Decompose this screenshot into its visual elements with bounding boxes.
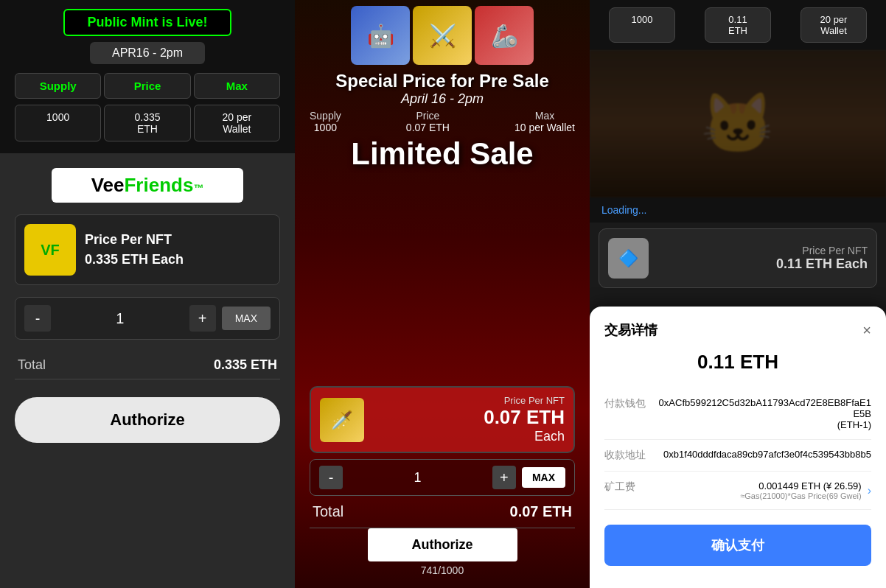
supply-row: Supply 1000 Price 0.07 ETH Max 10 per Wa… (310, 110, 575, 133)
price-value: 0.335 ETH (104, 105, 190, 141)
logo-text: VeeFriends™ (91, 174, 204, 197)
p2-nft-thumb: 🗡️ (320, 398, 364, 442)
tx-to-label: 收款地址 (604, 449, 646, 462)
confirm-payment-button[interactable]: 确认支付 (604, 525, 871, 566)
nft-thumb-3: 🦾 (475, 6, 534, 65)
tx-fee-action-icon[interactable]: › (868, 484, 871, 497)
tx-to-row: 收款地址 0xb1f40dddfdaca89cb97afcf3e0f4c5395… (604, 440, 871, 472)
decrement-button[interactable]: - (24, 305, 51, 332)
p3-stat-max: 20 per Wallet (800, 7, 867, 43)
p2-price-text: Price Per NFT 0.07 ETH Each (372, 395, 565, 444)
special-price-text: Special Price for Pre Sale (335, 71, 549, 91)
supply-value: 1000 (15, 105, 101, 141)
price-header: Price (104, 73, 190, 99)
p3-stat-supply: 1000 (609, 7, 675, 43)
p3-price-line2: ETH (714, 25, 761, 36)
tx-to-value: 0xb1f40dddfdaca89cb97afcf3e0f4c539543bb8… (663, 449, 871, 460)
p2-price-label: Price Per NFT (372, 395, 565, 406)
tx-fee-value-area: 0.001449 ETH (¥ 26.59) ≈Gas(21000)*Gas P… (644, 480, 871, 500)
loading-text: Loading... (601, 204, 647, 216)
date-badge: APR16 - 2pm (90, 42, 205, 64)
nft-price-label: Price Per NFT (85, 230, 184, 250)
tx-fee-value: 0.001449 ETH (¥ 26.59) (740, 480, 861, 491)
p2-price-card: 🗡️ Price Per NFT 0.07 ETH Each (310, 386, 575, 453)
logo-friends: Friends (124, 174, 193, 196)
panel1-body: VeeFriends™ VF Price Per NFT 0.335 ETH E… (0, 153, 295, 588)
tx-from-row: 付款钱包 0xACfb599212C5d32bA11793Acd72E8EB8F… (604, 388, 871, 440)
p2-mint-count: 741/1000 (421, 564, 464, 576)
authorize-button[interactable]: Authorize (15, 397, 280, 443)
max-button[interactable]: MAX (222, 307, 271, 330)
mint-counter: - 1 + MAX (15, 297, 280, 340)
p2-authorize-button[interactable]: Authorize (368, 528, 517, 561)
supply-label: Supply (310, 110, 341, 122)
p2-max-button[interactable]: MAX (522, 467, 565, 488)
max-item: Max 10 per Wallet (514, 110, 575, 133)
panel2-content: 🤖 ⚔️ 🦾 Special Price for Pre Sale April … (295, 0, 590, 588)
tx-from-value: 0xACfb599212C5d32bA11793Acd72E8EB8FfaE1E… (655, 397, 871, 430)
p2-mint-counter: - 1 + MAX (310, 459, 575, 496)
nft-price-value: 0.335 ETH Each (85, 250, 184, 270)
supply-item: Supply 1000 (310, 110, 341, 133)
panel2: 🤖 ⚔️ 🦾 Special Price for Pre Sale April … (295, 0, 590, 588)
tx-close-button[interactable]: × (862, 322, 871, 339)
p2-price-value: 0.07 ETH (372, 406, 565, 429)
p3-price-card: 🔷 Price Per NFT 0.11 ETH Each (599, 228, 877, 288)
p3-max-line1: 20 per (810, 14, 857, 25)
p3-blurred-area: 🐱 (590, 50, 886, 197)
p3-loading-bar: Loading... (590, 197, 886, 223)
price-val: 0.07 ETH (406, 122, 450, 133)
logo-vee: Vee (91, 174, 125, 196)
p3-price-label: Price Per NFT (657, 245, 868, 256)
limited-sale-text: Limited Sale (351, 136, 533, 172)
p3-stats-row: 1000 0.11 ETH 20 per Wallet (590, 0, 886, 50)
supply-header: Supply (15, 73, 101, 99)
p3-max-line2: Wallet (810, 25, 857, 36)
counter-value: 1 (57, 310, 184, 327)
live-badge: Public Mint is Live! (63, 9, 231, 36)
max-val: 10 per Wallet (514, 122, 575, 133)
tx-amount: 0.11 ETH (604, 351, 871, 374)
nft-price-text: Price Per NFT 0.335 ETH Each (85, 230, 184, 270)
p2-total-row: Total 0.07 ETH (310, 496, 575, 528)
p3-stat-price: 0.11 ETH (705, 7, 771, 43)
nft-gallery: 🤖 ⚔️ 🦾 (345, 0, 540, 65)
total-value: 0.335 ETH (214, 357, 277, 373)
panel1-top: Public Mint is Live! APR16 - 2pm Supply … (0, 0, 295, 153)
total-row: Total 0.335 ETH (15, 351, 280, 379)
price-label: Price (406, 110, 450, 122)
veefriends-logo: VeeFriends™ (52, 168, 243, 203)
tx-fee-label: 矿工费 (604, 480, 635, 494)
max-header: Max (194, 73, 280, 99)
max-label: Max (514, 110, 575, 122)
tx-from-label: 付款钱包 (604, 397, 646, 410)
p2-price-each: Each (372, 429, 565, 444)
nft-price-card: VF Price Per NFT 0.335 ETH Each (15, 214, 280, 285)
tx-modal-title: 交易详情 (604, 321, 657, 339)
tx-fee-sub: ≈Gas(21000)*Gas Price(69 Gwei) (740, 491, 861, 500)
p2-total-label: Total (313, 503, 343, 520)
p2-counter-value: 1 (349, 470, 486, 486)
stats-values-row: 1000 0.335 ETH 20 per Wallet (15, 105, 280, 141)
panel1: Public Mint is Live! APR16 - 2pm Supply … (0, 0, 295, 588)
p2-decrement-button[interactable]: - (319, 466, 343, 489)
p3-price-info: Price Per NFT 0.11 ETH Each (657, 245, 868, 272)
p2-authorize-area: Authorize 741/1000 (310, 528, 575, 576)
panel3: 1000 0.11 ETH 20 per Wallet 🐱 Loading...… (590, 0, 886, 588)
nft-thumb-1: 🤖 (351, 6, 410, 65)
supply-val: 1000 (310, 122, 341, 133)
vf-icon: VF (24, 224, 76, 276)
tx-fee-row: 矿工费 0.001449 ETH (¥ 26.59) ≈Gas(21000)*G… (604, 472, 871, 510)
increment-button[interactable]: + (189, 305, 216, 332)
max-value: 20 per Wallet (194, 105, 280, 141)
p2-increment-button[interactable]: + (492, 466, 516, 489)
p3-price-line1: 0.11 (714, 14, 761, 25)
p3-price-value: 0.11 ETH Each (657, 256, 868, 272)
nft-thumb-2: ⚔️ (413, 6, 472, 65)
transaction-modal: 交易详情 × 0.11 ETH 付款钱包 0xACfb599212C5d32bA… (590, 307, 886, 588)
price-item: Price 0.07 ETH (406, 110, 450, 133)
logo-trademark: ™ (193, 182, 203, 194)
tx-modal-header: 交易详情 × (604, 321, 871, 339)
stats-headers-row: Supply Price Max (15, 73, 280, 99)
tx-fee-value-group: 0.001449 ETH (¥ 26.59) ≈Gas(21000)*Gas P… (740, 480, 861, 500)
